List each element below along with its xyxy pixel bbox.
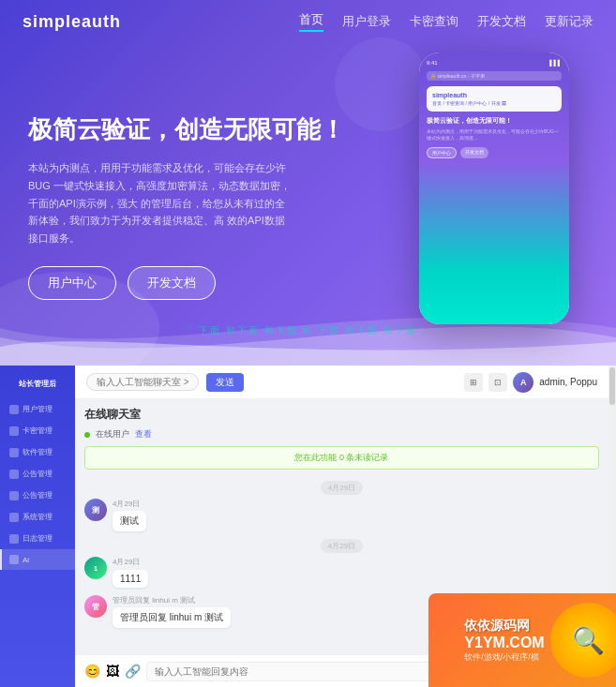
notice2-icon [9,491,19,500]
msg-content-2: 4月29日 1111 [113,557,148,588]
compress-icon[interactable]: ⊞ [464,373,483,392]
log-icon [9,534,19,544]
msg-content-1: 4月29日 测试 [113,499,146,531]
phone-time: 9:41 [427,60,438,66]
avatar: A [513,372,533,393]
dev-docs-button[interactable]: 开发文档 [128,266,216,300]
msg-meta-2: 4月29日 [113,557,148,567]
nav-link-docs[interactable]: 开发文档 [477,13,526,30]
sidebar-title: 站长管理后 [0,373,75,395]
phone-logo-area: simpleauth 首页 / 卡密查询 / 用户中心 / 开发 ☰ [427,86,562,112]
system-icon [9,513,19,522]
msg-bubble-2: 1111 [113,570,148,588]
phone-btn-2: 开发文档 [460,147,488,158]
sidebar-item-ai[interactable]: Ai [0,549,75,570]
notice-text: 您在此功能 0 条未读记录 [294,453,388,462]
nav-link-updates[interactable]: 更新记录 [545,13,593,30]
phone-outer: 9:41 ▌▌▌ 🔒 simpleauth.cn - 子字弟 simpleaut… [419,52,569,324]
nav-link-home[interactable]: 首页 [299,11,323,32]
navigation: simpleauth 首页 用户登录 卡密查询 开发文档 更新记录 [0,0,616,43]
app-icon [9,448,19,457]
online-bar: 在线用户 查看 [84,428,599,441]
phone-nav-bar: 9:41 ▌▌▌ [427,60,562,66]
hero-section: simpleauth 首页 用户登录 卡密查询 开发文档 更新记录 极简云验证，… [0,0,616,366]
msg-time-1: 4月29日 [321,481,363,495]
watermark-title: 依依源码网 [464,618,544,635]
watermark: 依依源码网 Y1YM.COM 软件/游戏/小程序/棋 🔍 [428,593,616,687]
hero-text-block: 极简云验证，创造无限可能！ 本站为内测点，用用于功能需求及优化，可能会存在少许B… [28,114,410,299]
hero-buttons: 用户中心 开发文档 [28,266,410,300]
user-center-button[interactable]: 用户中心 [28,266,116,300]
watermark-url: Y1YM.COM [464,635,544,651]
chat-title: 在线聊天室 [84,407,599,423]
sidebar-item-apps[interactable]: 软件管理 [0,441,75,463]
phone-url: 🔒 simpleauth.cn - 子字弟 [430,73,485,79]
message-row-2: 1 4月29日 1111 [84,557,599,588]
sidebar-label-users: 用户管理 [23,404,53,414]
phone-hero-desc: 本站为内测点，用用于功能需求及优化，可能会存在少许BUG一键式快速接入，高强度.… [427,128,562,142]
top-bar-right: ⊞ ⊡ A admin, Poppu [464,372,597,393]
sidebar-item-announcements[interactable]: 公告管理 [0,485,75,506]
sidebar-label-apps: 软件管理 [23,447,53,457]
site-logo: simpleauth [23,12,121,32]
scrollbar-thumb[interactable] [609,367,615,405]
online-link[interactable]: 查看 [135,428,152,441]
hero-title: 极简云验证，创造无限可能！ [28,114,410,146]
sidebar-label-logs: 日志管理 [23,533,53,544]
expand-icon[interactable]: ⊡ [488,373,507,392]
msg-bubble-3: 管理员回复 linhui m 测试 [113,607,231,628]
avatar-2: 1 [84,557,107,579]
phone-btn-1: 用户中心 [427,147,457,158]
phone-mockup: 9:41 ▌▌▌ 🔒 simpleauth.cn - 子字弟 simpleaut… [419,62,588,352]
phone-hero-title: 极简云验证，创造无限可能！ [427,116,562,125]
card-icon [9,426,19,436]
nav-link-users[interactable]: 用户登录 [342,13,391,30]
sidebar-item-users[interactable]: 用户管理 [0,398,75,420]
image-icon[interactable]: 🖼 [106,664,119,679]
emoji-icon[interactable]: 😊 [84,664,100,679]
hero-content: 极简云验证，创造无限可能！ 本站为内测点，用用于功能需求及优化，可能会存在少许B… [0,43,616,352]
sidebar-label-system: 系统管理 [23,512,53,522]
sidebar-label-announcements: 公告管理 [23,490,53,500]
send-button-top[interactable]: 发送 [206,373,244,392]
phone-buttons: 用户中心 开发文档 [427,147,562,158]
sidebar-item-system[interactable]: 系统管理 [0,506,75,528]
admin-name: admin, Poppu [539,377,597,387]
phone-logo: simpleauth [432,92,556,98]
sidebar: 站长管理后 用户管理 卡密管理 软件管理 公告管理 公告管理 系统管理 日志管理 [0,366,75,687]
watermark-sub: 软件/游戏/小程序/棋 [464,651,544,664]
search-input[interactable] [86,373,199,391]
ai-icon [9,555,19,564]
phone-nav-bar-inner: 首页 / 卡密查询 / 用户中心 / 开发 ☰ [432,100,556,106]
online-indicator [84,432,90,438]
nav-links: 首页 用户登录 卡密查询 开发文档 更新记录 [299,11,593,32]
sidebar-item-notices[interactable]: 公告管理 [0,463,75,485]
top-bar-left: 发送 [86,373,244,392]
avatar-3: 管 [84,595,107,618]
msg-bubble-1: 测试 [113,511,146,531]
dashboard-section: 站长管理后 用户管理 卡密管理 软件管理 公告管理 公告管理 系统管理 日志管理 [0,366,616,687]
nav-link-cards[interactable]: 卡密查询 [410,13,458,30]
top-bar: 发送 ⊞ ⊡ A admin, Poppu [75,366,608,399]
msg-meta-1: 4月29日 [113,499,146,509]
link-icon[interactable]: 🔗 [125,664,141,679]
msg-content-3: 管理员回复 linhui m 测试 管理员回复 linhui m 测试 [113,595,231,628]
msg-time-2: 4月29日 [321,539,363,553]
sidebar-item-cards[interactable]: 卡密管理 [0,420,75,441]
notice-icon [9,470,19,479]
phone-signal: ▌▌▌ [549,60,562,66]
avatar-1: 测 [84,499,107,521]
notice-bar: 您在此功能 0 条未读记录 [84,446,599,470]
phone-screen: 9:41 ▌▌▌ 🔒 simpleauth.cn - 子字弟 simpleaut… [419,52,569,324]
sidebar-item-logs[interactable]: 日志管理 [0,528,75,549]
hero-description: 本站为内测点，用用于功能需求及优化，可能会存在少许BUG 一键式快速接入，高强度… [28,159,291,246]
sidebar-label-cards: 卡密管理 [23,426,53,436]
message-row: 测 4月29日 测试 [84,499,599,531]
sidebar-label-notices: 公告管理 [23,469,53,479]
sidebar-label-ai: Ai [23,556,29,564]
users-icon [9,405,19,414]
msg-meta-3: 管理员回复 linhui m 测试 [113,595,231,605]
online-label: 在线用户 [96,428,129,441]
phone-browser-bar: 🔒 simpleauth.cn - 子字弟 [427,71,562,81]
